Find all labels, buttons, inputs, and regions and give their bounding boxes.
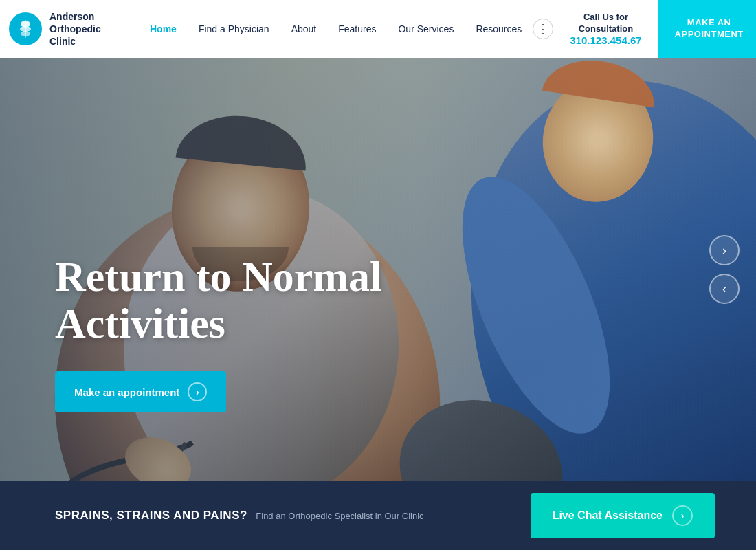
nav-links: Home Find a Physician About Features Our… xyxy=(139,19,553,39)
nav-about[interactable]: About xyxy=(280,23,328,34)
hero-content: Return to Normal Activities Make an appo… xyxy=(55,253,454,412)
call-box: Call Us for Consultation 310.123.454.67 xyxy=(553,12,658,47)
call-label: Call Us for Consultation xyxy=(570,12,641,35)
make-appointment-button[interactable]: MAKE AN APPOINTMENT xyxy=(658,0,756,58)
live-chat-button[interactable]: Live Chat Assistance › xyxy=(531,493,715,538)
nav-our-services[interactable]: Our Services xyxy=(387,23,465,34)
more-menu-button[interactable]: ⋮ xyxy=(533,19,553,39)
nav-home[interactable]: Home xyxy=(139,23,188,34)
hero-next-arrow[interactable]: › xyxy=(709,235,740,265)
nav-features[interactable]: Features xyxy=(327,23,387,34)
bottom-highlight: SPRAINS, STRAINS AND PAINS? xyxy=(55,509,247,522)
logo-area[interactable]: Anderson Orthopedic Clinic xyxy=(8,10,125,48)
bottom-subtext: Find an Orthopedic Specialist in Our Cli… xyxy=(256,511,423,521)
svg-rect-4 xyxy=(25,20,26,38)
bottom-bar: SPRAINS, STRAINS AND PAINS? Find an Orth… xyxy=(0,481,756,550)
hero-prev-arrow[interactable]: ‹ xyxy=(709,274,740,304)
hero-side-navigation: › ‹ xyxy=(709,235,740,304)
live-chat-arrow-icon: › xyxy=(672,505,693,526)
logo-text: Anderson Orthopedic Clinic xyxy=(49,10,101,48)
hero-cta-button[interactable]: Make an appointment › xyxy=(55,371,226,412)
hero-btn-arrow-icon: › xyxy=(188,382,207,402)
hero-section: Return to Normal Activities Make an appo… xyxy=(0,58,756,481)
bottom-text: SPRAINS, STRAINS AND PAINS? Find an Orth… xyxy=(55,509,531,522)
hero-cta-label: Make an appointment xyxy=(74,386,179,398)
call-number[interactable]: 310.123.454.67 xyxy=(570,34,641,46)
logo-icon xyxy=(8,12,43,46)
nav-resources[interactable]: Resources xyxy=(465,23,533,34)
live-chat-label: Live Chat Assistance xyxy=(553,509,663,522)
nav-find-physician[interactable]: Find a Physician xyxy=(188,23,280,34)
hero-title: Return to Normal Activities xyxy=(55,253,454,346)
navbar: Anderson Orthopedic Clinic Home Find a P… xyxy=(0,0,756,58)
nav-cta-area: Call Us for Consultation 310.123.454.67 … xyxy=(553,0,756,58)
more-dots-icon: ⋮ xyxy=(537,23,549,35)
